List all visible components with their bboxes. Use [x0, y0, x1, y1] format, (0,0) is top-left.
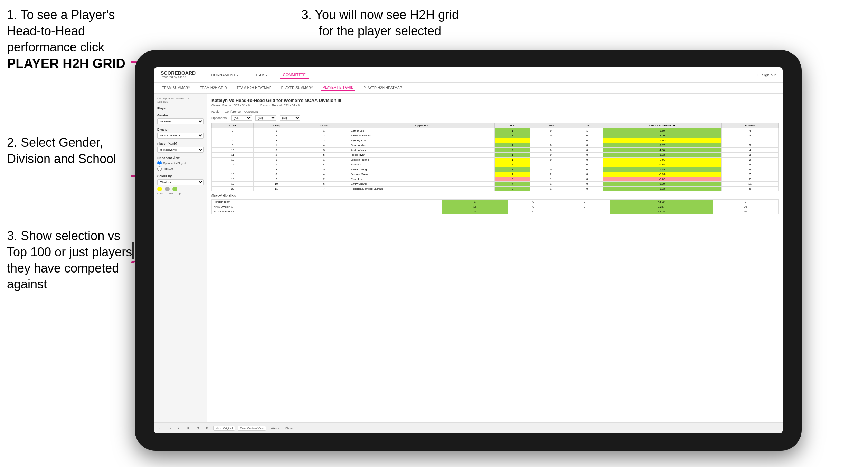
table-row: 19 10 6 Emily Chang 4 1 0 0.30 11	[212, 182, 779, 187]
undo2-btn[interactable]: ↩	[176, 426, 182, 430]
bottom-toolbar: ↩ ↪ ↩ ⊞ ⊡ ⟳ View: Original Save Custom V…	[154, 422, 783, 433]
out-of-division-header: Out of division	[211, 194, 779, 198]
division-section: Division NCAA Division III	[157, 128, 204, 139]
timestamp: Last Updated: 27/03/2024 16:55:38	[157, 97, 204, 103]
instruction-step3-bottom: 3. Show selection vs Top 100 or just pla…	[7, 228, 138, 293]
gender-select[interactable]: Women's	[157, 118, 204, 124]
table-row: 6 3 3 Sydney Kuo 0 1 0 -1.00	[212, 138, 779, 143]
division-select[interactable]: NCAA Division III	[157, 133, 204, 139]
share-btn[interactable]: Share	[283, 426, 295, 430]
table-row: 18 2 2 Euna Lee 0 1 0 -5.00 2	[212, 177, 779, 182]
filter-select-1[interactable]: (All)	[231, 115, 252, 121]
col-reg: # Reg	[254, 123, 299, 128]
col-rounds: Rounds	[721, 123, 778, 128]
view-original-btn[interactable]: View: Original	[213, 426, 235, 431]
tool2-btn[interactable]: ⊡	[195, 426, 201, 430]
tablet-frame: SCOREBOARD Powered by clippd TOURNAMENTS…	[135, 50, 802, 451]
table-row: 15 8 5 Stella Cheng 1 0 0 1.25 4	[212, 167, 779, 172]
colour-dot-up	[172, 187, 177, 191]
col-div: # Div	[212, 123, 254, 128]
instruction-step3-top: 3. You will now see H2H grid for the pla…	[294, 7, 466, 39]
subnav-player-summary[interactable]: PLAYER SUMMARY	[280, 85, 314, 90]
table-row: 5 2 2 Alexis Sudijanto 1 0 0 4.00 3	[212, 133, 779, 138]
table-row: 10 6 3 Andrea York 2 0 0 4.00 4	[212, 148, 779, 153]
table-header-row: # Div # Reg # Conf Opponent Win Loss Tie…	[212, 123, 779, 128]
table-row: 3 1 1 Esther Lee 1 0 1 1.50 4	[212, 128, 779, 133]
filter-select-3[interactable]: (All)	[280, 115, 300, 121]
filter-select-2[interactable]: (All)	[255, 115, 276, 121]
data-subtitle: Overall Record: 353 - 34 - 6 Division Re…	[211, 104, 779, 107]
colour-section: Colour by Win/loss Down Level Up	[157, 174, 204, 195]
ood-table-row: NAIA Division 1 15 0 0 9.267 30	[212, 204, 779, 209]
table-row: 20 11 7 Federica Domecq Lacroze 2 1 0 1.…	[212, 187, 779, 191]
gender-section: Gender Women's	[157, 114, 204, 124]
subnav-team-summary[interactable]: TEAM SUMMARY	[161, 85, 192, 90]
opponent-view-section: Opponent view Opponents Played Top 100	[157, 156, 204, 171]
subnav-team-h2h-grid[interactable]: TEAM H2H GRID	[199, 85, 228, 90]
table-row: 16 3 4 Jessica Mason 1 2 0 -0.94 7	[212, 172, 779, 177]
radio-opponents-played[interactable]: Opponents Played	[157, 161, 204, 165]
ood-table-row: Foreign Team 1 0 0 4.500 2	[212, 200, 779, 204]
nav-tournaments[interactable]: TOURNAMENTS	[206, 72, 241, 78]
redo-btn[interactable]: ↪	[167, 426, 173, 430]
opponent-filter: Opponent	[244, 110, 258, 113]
data-title: Katelyn Vo Head-to-Head Grid for Women's…	[211, 98, 779, 103]
col-loss: Loss	[530, 123, 572, 128]
ood-table-row: NCAA Division 2 5 0 0 7.400 10	[212, 209, 779, 214]
refresh-btn[interactable]: ⟳	[204, 426, 210, 430]
data-area: Katelyn Vo Head-to-Head Grid for Women's…	[207, 94, 783, 433]
colour-dot-down	[157, 187, 162, 191]
col-conf: # Conf	[299, 123, 349, 128]
out-of-division-table: Foreign Team 1 0 0 4.500 2 NAIA Division…	[211, 199, 779, 214]
opponents-filter-row: Opponents: (All) (All) (All)	[211, 115, 779, 121]
tool1-btn[interactable]: ⊞	[185, 426, 192, 430]
watch-btn[interactable]: Watch	[269, 426, 281, 430]
subnav-player-h2h-grid[interactable]: PLAYER H2H GRID	[321, 85, 355, 91]
save-custom-btn[interactable]: Save Custom View	[238, 426, 266, 431]
undo-btn[interactable]: ↩	[157, 426, 164, 430]
player-section: Player	[157, 107, 204, 110]
col-win: Win	[495, 123, 530, 128]
sign-out-button[interactable]: Sign out	[762, 73, 776, 77]
conference-filter: Conference	[225, 110, 241, 113]
player-rank-select[interactable]: 8. Katelyn Vo	[157, 147, 204, 153]
table-row: 13 1 1 Jessica Huang 1 0 0 -3.00 2	[212, 158, 779, 162]
table-row: 11 2 5 Heejo Hyun 1 0 0 3.33 3	[212, 153, 779, 158]
tablet-screen: SCOREBOARD Powered by clippd TOURNAMENTS…	[154, 67, 783, 433]
radio-top100[interactable]: Top 100	[157, 166, 204, 171]
colour-dots	[157, 187, 204, 191]
subnav-team-h2h-heatmap[interactable]: TEAM H2H HEATMAP	[235, 85, 273, 90]
col-diff: Diff Av Strokes/Rnd	[603, 123, 721, 128]
subnav-player-h2h-heatmap[interactable]: PLAYER H2H HEATMAP	[362, 85, 404, 90]
h2h-table: # Div # Reg # Conf Opponent Win Loss Tie…	[211, 123, 779, 191]
colour-labels: Down Level Up	[157, 192, 204, 195]
col-tie: Tie	[572, 123, 603, 128]
table-row: 9 1 4 Sharon Mun 1 0 0 3.67 3	[212, 143, 779, 148]
instruction-step2: 2. Select Gender, Division and School	[7, 135, 138, 167]
col-opponent: Opponent	[349, 123, 495, 128]
header-right: i Sign out	[757, 73, 776, 77]
instruction-step1: 1. To see a Player's Head-to-Head perfor…	[7, 7, 138, 73]
nav-teams[interactable]: TEAMS	[251, 72, 270, 78]
filter-row: Region Conference Opponent	[211, 110, 779, 113]
app-logo: SCOREBOARD Powered by clippd	[161, 70, 196, 79]
app-header: SCOREBOARD Powered by clippd TOURNAMENTS…	[154, 67, 783, 83]
colour-dot-level	[165, 187, 170, 191]
table-row: 14 7 4 Eunice Yi 2 2 0 0.38 9	[212, 162, 779, 167]
region-filter: Region	[211, 110, 221, 113]
nav-committee[interactable]: COMMITTEE	[280, 71, 309, 79]
tablet-side-button	[132, 242, 134, 259]
colour-select[interactable]: Win/loss	[157, 179, 204, 185]
sub-navigation: TEAM SUMMARY TEAM H2H GRID TEAM H2H HEAT…	[154, 83, 783, 94]
player-rank-section: Player (Rank) 8. Katelyn Vo	[157, 142, 204, 153]
main-content: Last Updated: 27/03/2024 16:55:38 Player…	[154, 94, 783, 433]
left-panel: Last Updated: 27/03/2024 16:55:38 Player…	[154, 94, 207, 433]
